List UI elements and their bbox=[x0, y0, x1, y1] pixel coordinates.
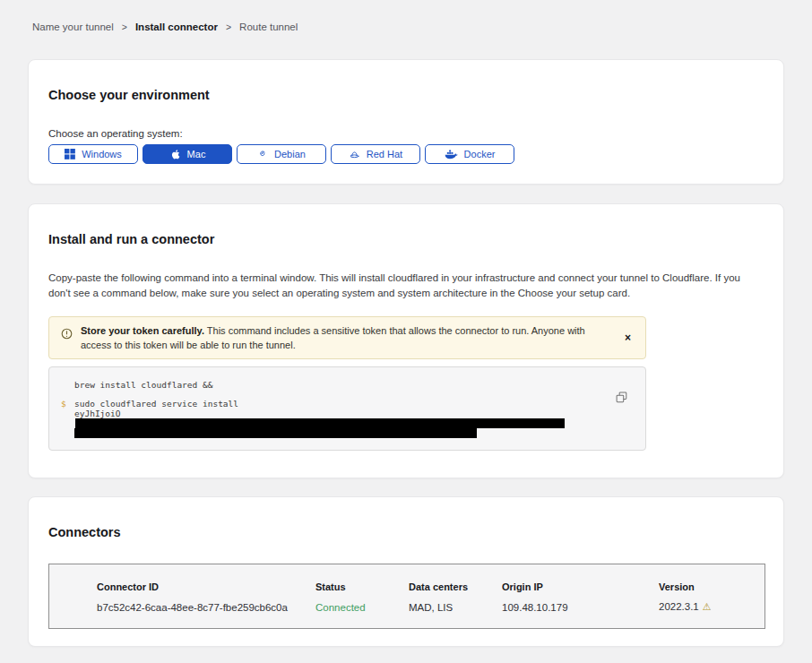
origin-ip-value: 109.48.10.179 bbox=[502, 602, 659, 613]
version-value: 2022.3.1⚠ bbox=[659, 601, 764, 613]
token-warning-text: Store your token carefully. This command… bbox=[81, 323, 606, 352]
os-select-label: Choose an operating system: bbox=[48, 128, 764, 139]
column-header-data-centers: Data centers bbox=[409, 581, 502, 592]
environment-card: Choose your environment Choose an operat… bbox=[28, 59, 784, 185]
debian-icon bbox=[257, 149, 268, 159]
os-button-label: Windows bbox=[82, 149, 122, 159]
column-header-origin-ip: Origin IP bbox=[502, 581, 659, 592]
os-button-redhat[interactable]: Red Hat bbox=[331, 144, 420, 164]
column-header-connector-id: Connector ID bbox=[97, 581, 315, 592]
redacted-token-bar bbox=[74, 428, 477, 438]
windows-icon bbox=[65, 149, 75, 159]
os-button-mac[interactable]: Mac bbox=[143, 144, 232, 164]
install-command-code-block: brew install cloudflared && $ sudo cloud… bbox=[48, 366, 646, 451]
os-button-label: Debian bbox=[274, 149, 306, 159]
os-button-docker[interactable]: Docker bbox=[425, 144, 514, 164]
os-button-windows[interactable]: Windows bbox=[48, 144, 138, 164]
copy-icon[interactable] bbox=[616, 392, 627, 406]
os-button-group: Windows Mac Debian Red Hat Docker bbox=[48, 144, 764, 164]
code-line-service-install: $ sudo cloudflared service install eyJhI… bbox=[61, 399, 609, 438]
column-header-status: Status bbox=[315, 581, 409, 592]
docker-icon bbox=[445, 149, 458, 159]
os-button-label: Mac bbox=[187, 149, 206, 159]
os-button-label: Red Hat bbox=[367, 149, 402, 159]
data-centers-value: MAD, LIS bbox=[409, 602, 502, 613]
shell-prompt: $ bbox=[61, 399, 74, 438]
connectors-card: Connectors Connector ID Status Data cent… bbox=[28, 496, 784, 647]
token-prefix: eyJhIjoiO bbox=[74, 409, 120, 418]
install-connector-title: Install and run a connector bbox=[48, 232, 764, 246]
code-text: sudo cloudflared service install bbox=[74, 399, 609, 409]
breadcrumb-step-name-tunnel[interactable]: Name your tunnel bbox=[32, 22, 114, 32]
install-connector-description: Copy-paste the following command into a … bbox=[48, 271, 764, 300]
environment-card-title: Choose your environment bbox=[48, 88, 764, 102]
status-badge: Connected bbox=[315, 602, 409, 613]
os-button-label: Docker bbox=[464, 149, 496, 159]
token-warning-banner: Store your token carefully. This command… bbox=[48, 316, 646, 359]
warning-triangle-icon: ⚠ bbox=[703, 601, 712, 612]
code-prompt-spacer bbox=[61, 380, 74, 390]
redacted-token-bar bbox=[75, 418, 565, 428]
breadcrumb-separator: > bbox=[226, 22, 231, 32]
connectors-title: Connectors bbox=[48, 525, 764, 539]
alert-circle-icon bbox=[61, 327, 73, 343]
close-icon[interactable]: × bbox=[621, 330, 635, 346]
column-header-version: Version bbox=[659, 581, 764, 592]
os-button-debian[interactable]: Debian bbox=[237, 144, 326, 164]
redhat-icon bbox=[349, 149, 360, 160]
breadcrumb-separator: > bbox=[122, 22, 127, 32]
code-token-line: eyJhIjoiO bbox=[74, 409, 609, 428]
connectors-table: Connector ID Status Data centers Origin … bbox=[48, 564, 765, 629]
connector-id-value: b7c52c42-6caa-48ee-8c77-fbe259cb6c0a bbox=[97, 602, 315, 613]
code-line-brew: brew install cloudflared && bbox=[61, 380, 609, 390]
breadcrumb-step-route-tunnel[interactable]: Route tunnel bbox=[239, 22, 298, 32]
token-warning-title: Store your token carefully. bbox=[81, 325, 204, 336]
breadcrumb: Name your tunnel > Install connector > R… bbox=[0, 0, 812, 32]
apple-icon bbox=[169, 149, 181, 160]
code-text: brew install cloudflared && bbox=[74, 380, 609, 390]
breadcrumb-step-install-connector[interactable]: Install connector bbox=[135, 22, 218, 32]
install-connector-card: Install and run a connector Copy-paste t… bbox=[28, 203, 784, 478]
